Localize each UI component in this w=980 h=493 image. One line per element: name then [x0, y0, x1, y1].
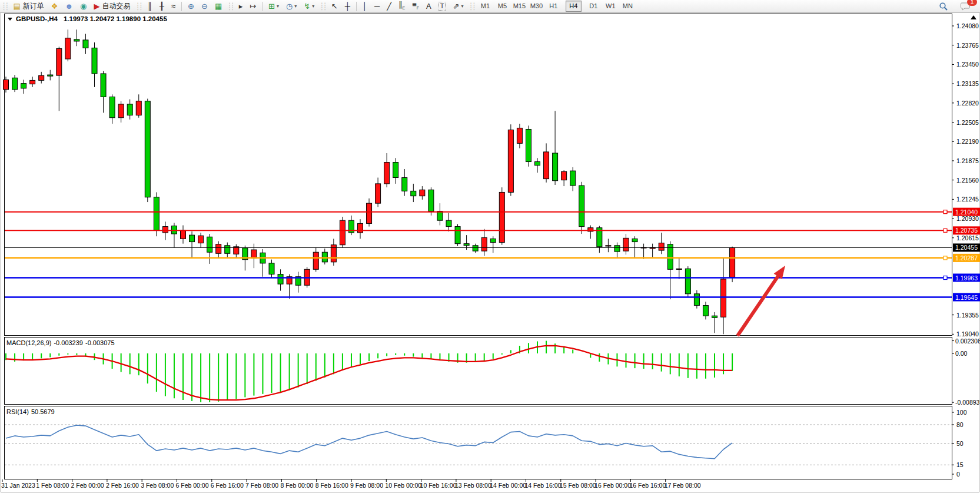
- candle-body: [730, 247, 735, 277]
- candle-body: [83, 40, 88, 48]
- candle-body: [39, 75, 44, 80]
- candle-body: [92, 48, 97, 74]
- trendline-button[interactable]: ╱: [384, 0, 394, 12]
- candle-body: [703, 306, 708, 316]
- candle-body: [198, 236, 204, 243]
- crosshair-button[interactable]: ┼: [342, 0, 353, 12]
- time-tick-label: 6 Feb 16:00: [211, 482, 244, 489]
- time-tick-label: 13 Feb 08:00: [455, 482, 491, 489]
- candle-body: [606, 246, 611, 246]
- period-icon: ◷: [286, 1, 293, 12]
- timeframe-button-m30[interactable]: M30: [529, 1, 544, 12]
- time-tick-label: 6 Feb 00:00: [176, 482, 209, 489]
- time-tick-label: 16 Feb 16:00: [629, 482, 666, 489]
- candle-body: [251, 250, 257, 259]
- level-line-handle[interactable]: [944, 256, 947, 260]
- price-badge-text: 1.20287: [955, 254, 978, 262]
- candle-body: [676, 269, 682, 269]
- time-tick-label: 16 Feb 00:00: [594, 482, 631, 489]
- price-tick-label: 1.23765: [956, 42, 979, 49]
- candle-body: [269, 263, 274, 274]
- toolbar-group-handle[interactable]: ┊┊: [135, 2, 141, 11]
- time-tick-label: 15 Feb 08:00: [560, 482, 596, 489]
- timeframe-button-m1[interactable]: M1: [477, 1, 493, 12]
- time-tick-label: 1 Feb 08:00: [36, 482, 69, 489]
- candle-body: [614, 246, 620, 252]
- bar-chart-icon-icon: ║: [147, 1, 152, 12]
- new-order-button[interactable]: ▤新订单: [10, 0, 46, 12]
- styles-icon-button[interactable]: ❖: [48, 0, 61, 12]
- candle-body: [127, 104, 132, 115]
- timeframe-button-mn[interactable]: MN: [620, 1, 636, 12]
- level-line-handle[interactable]: [944, 210, 947, 214]
- search-button[interactable]: [936, 0, 951, 12]
- dropdown-caret-icon: ▾: [294, 4, 297, 9]
- price-tick-label: 1.20615: [956, 234, 979, 241]
- timeframe-button-m15[interactable]: M15: [511, 1, 527, 12]
- candle-body: [667, 244, 673, 270]
- new-chart-button[interactable]: ⊞▾: [265, 0, 282, 12]
- candlestick-icon-button[interactable]: ╂: [157, 0, 167, 12]
- level-line-handle[interactable]: [944, 229, 947, 232]
- candle-body: [446, 220, 451, 226]
- channel-button[interactable]: ∥: [396, 0, 408, 12]
- candle-body: [190, 235, 195, 241]
- price-tick-label: 1.23450: [956, 61, 979, 68]
- toolbar-group-handle[interactable]: ┊┊: [320, 2, 325, 11]
- time-tick-label: 10 Feb 16:00: [420, 482, 457, 489]
- auto-scroll-icon: ▸: [239, 1, 243, 12]
- autotrade-button[interactable]: ▶自动交易: [91, 0, 133, 12]
- label-button[interactable]: T: [436, 0, 449, 12]
- text-button[interactable]: A: [423, 0, 434, 12]
- new-chart-icon: ⊞: [268, 1, 275, 12]
- candle-body: [712, 316, 717, 317]
- period-button[interactable]: ◷▾: [283, 0, 300, 12]
- timeframe-button-h4[interactable]: H4: [566, 1, 582, 12]
- candle-body: [632, 239, 637, 241]
- tile-windows-button[interactable]: ▦: [212, 0, 225, 12]
- chart-shift-button[interactable]: ↦: [247, 0, 259, 12]
- macd-panel[interactable]: [5, 338, 952, 405]
- candle-body: [464, 244, 469, 246]
- price-tick-label: 1.22505: [956, 119, 979, 126]
- level-line-handle[interactable]: [944, 276, 947, 280]
- timeframe-button-m5[interactable]: M5: [494, 1, 510, 12]
- label-icon: T: [438, 2, 446, 11]
- candle-body: [428, 190, 434, 211]
- channel-icon: ∥: [398, 0, 405, 14]
- timeframe-button-h1[interactable]: H1: [546, 1, 562, 12]
- time-tick-label: 2 Feb 16:00: [106, 482, 139, 489]
- fibonacci-button[interactable]: ≡: [409, 0, 422, 12]
- vertical-line-button[interactable]: │: [360, 0, 370, 12]
- notifications-button[interactable]: 1: [958, 0, 974, 12]
- auto-scroll-button[interactable]: ▸: [236, 0, 246, 12]
- candle-body: [313, 252, 318, 269]
- timeframe-button-d1[interactable]: D1: [586, 1, 602, 12]
- tile-windows-icon: ▦: [215, 1, 222, 12]
- zoom-in-button[interactable]: ⊕: [185, 0, 197, 12]
- indicators-button[interactable]: ↯▾: [301, 0, 317, 12]
- candle-body: [57, 48, 62, 75]
- dropdown-caret-icon: ▾: [461, 4, 463, 9]
- timeframe-button-w1[interactable]: W1: [603, 1, 619, 12]
- price-tick-label: 1.24080: [956, 22, 979, 29]
- horizontal-line-button[interactable]: ─: [371, 0, 383, 12]
- line-chart-icon-button[interactable]: ≈: [168, 0, 178, 12]
- toolbar-group-handle[interactable]: ┊┊: [2, 2, 8, 11]
- profile-icon-button[interactable]: ☻: [62, 0, 76, 12]
- zoom-out-button[interactable]: ⊖: [198, 0, 211, 12]
- shapes-button[interactable]: ⇗▾: [450, 0, 466, 12]
- bar-chart-icon-button[interactable]: ║: [144, 0, 155, 12]
- dropdown-caret-icon: ▾: [277, 4, 279, 9]
- horizontal-line-icon: ─: [374, 1, 380, 12]
- candle-body: [526, 129, 531, 161]
- chart-area: 1.240801.237651.234501.231351.228201.225…: [0, 0, 980, 493]
- dropdown-caret-icon: ▾: [312, 4, 314, 9]
- cursor-button[interactable]: ↖: [328, 0, 341, 12]
- toolbar-group-handle[interactable]: ┊┊: [469, 2, 474, 11]
- autotrade-button-label: 自动交易: [102, 1, 130, 11]
- signal-icon-button[interactable]: ◉: [77, 0, 89, 12]
- toolbar-group-handle[interactable]: ┊┊: [227, 2, 233, 11]
- line-chart-icon-icon: ≈: [171, 1, 175, 12]
- price-badge-text: 1.20455: [955, 244, 978, 251]
